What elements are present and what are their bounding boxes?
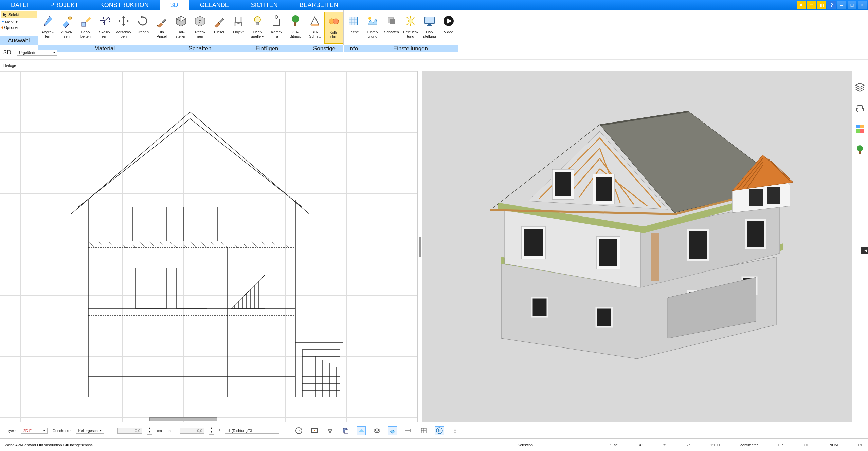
scroll-thumb-h[interactable] — [149, 417, 217, 421]
clock-icon[interactable] — [294, 426, 303, 435]
rotate-icon — [135, 14, 150, 29]
menu-tab-sichten[interactable]: SICHTEN — [240, 0, 289, 10]
minimize-button[interactable]: – — [837, 1, 846, 9]
status-bar: Wand AW-Bestand L=Konstruktion G=Dachges… — [0, 439, 868, 451]
menu-tab-projekt[interactable]: PROJEKT — [39, 0, 89, 10]
grid-icon[interactable] — [419, 426, 428, 435]
north-icon[interactable]: N — [435, 426, 444, 435]
menu-tab-gelände[interactable]: GELÄNDE — [189, 0, 240, 10]
ribbon-sonstige-1[interactable]: Kolli- sion — [324, 12, 343, 44]
ribbon-einstellungen-0[interactable]: Hinter- grund — [363, 12, 382, 44]
light-icon — [403, 14, 418, 29]
svg-text:Σ: Σ — [199, 20, 201, 24]
ribbon-einstellungen-4[interactable]: Video — [439, 12, 458, 44]
3d-house-render — [450, 108, 824, 386]
svg-rect-56 — [860, 129, 864, 133]
ribbon-schatten-1[interactable]: ΣRech- nen — [191, 12, 210, 44]
l-label: l = — [109, 429, 113, 433]
video-icon — [441, 14, 456, 29]
ribbon-einfuegen-0[interactable]: Objekt — [229, 12, 248, 44]
phi-spinner[interactable]: ▲▼ — [209, 427, 214, 435]
shadow-icon — [384, 14, 399, 29]
length-spinner[interactable]: ▲▼ — [147, 427, 152, 435]
ribbon-material-6[interactable]: Hin. Pinsel — [152, 12, 171, 44]
phi-input[interactable] — [180, 428, 204, 434]
ribbon-material-2[interactable]: Bear- beiten — [76, 12, 95, 44]
ribbon-material-3[interactable]: Skalie- ren — [95, 12, 114, 44]
materials-icon[interactable] — [854, 123, 866, 134]
menu-tab-bearbeiten[interactable]: BEARBEITEN — [289, 0, 349, 10]
ribbon-material-1[interactable]: Zuwei- sen — [57, 12, 76, 44]
menu-tab-datei[interactable]: DATEI — [0, 0, 39, 10]
ribbon-einstellungen-1[interactable]: Schatten — [382, 12, 401, 44]
status-ratio: 1:1 sel — [608, 443, 618, 447]
terrain-combo[interactable]: Urgelände▾ — [17, 50, 57, 56]
ribbon-info-0[interactable]: Fläche — [344, 12, 363, 44]
length-input[interactable] — [117, 428, 142, 434]
ribbon-material-0[interactable]: Abgrei- fen — [38, 12, 57, 44]
tool-icon-2[interactable]: ▭ — [807, 1, 816, 9]
plane-icon[interactable] — [388, 426, 397, 435]
svg-rect-45 — [688, 230, 708, 260]
status-unit: Zentimeter — [740, 443, 758, 447]
group-icon[interactable] — [326, 426, 334, 435]
brush-icon — [154, 14, 169, 29]
status-left: Wand AW-Bestand L=Konstruktion G=Dachges… — [5, 443, 93, 447]
mark-button[interactable]: ✦Mark.▼ — [0, 19, 38, 25]
close-button[interactable]: × — [858, 1, 867, 9]
svg-rect-34 — [749, 189, 763, 206]
stack-icon[interactable] — [373, 426, 381, 435]
ribbon-schatten-2[interactable]: Pinsel — [210, 12, 229, 44]
menu-bar: DATEIPROJEKTKONSTRUKTION3DGELÄNDESICHTEN… — [0, 0, 868, 10]
furniture-icon[interactable] — [854, 102, 866, 113]
svg-rect-22 — [177, 268, 207, 309]
dim-icon[interactable] — [404, 426, 413, 435]
3d-viewport[interactable] — [422, 71, 852, 422]
maximize-button[interactable]: □ — [848, 1, 856, 9]
optionen-button[interactable]: +Optionen — [0, 25, 38, 30]
svg-rect-54 — [860, 125, 864, 128]
dl-combo[interactable]: dl (Richtung/Di — [225, 428, 279, 434]
cm-label: cm — [157, 429, 162, 433]
copy-icon[interactable] — [341, 426, 350, 435]
ribbon-einfuegen-2[interactable]: Kame- ra — [267, 12, 286, 44]
svg-rect-17 — [427, 25, 432, 26]
workspace: ◀ — [0, 71, 868, 422]
2d-viewport[interactable] — [0, 71, 418, 422]
layer-combo[interactable]: 2D Einricht▾ — [21, 428, 48, 434]
collision-icon — [326, 14, 341, 29]
help-icon[interactable]: ? — [827, 1, 836, 9]
more-icon[interactable] — [451, 426, 459, 435]
snap-rect-icon[interactable] — [310, 426, 319, 435]
ribbon-material-4[interactable]: Verschie- ben — [114, 12, 133, 44]
svg-rect-39 — [596, 177, 612, 201]
layer-label: Layer : — [5, 429, 16, 433]
svg-point-63 — [330, 429, 332, 431]
plants-icon[interactable] — [854, 144, 866, 155]
layers-icon[interactable] — [854, 81, 866, 92]
ribbon-sonstige-0[interactable]: 3D- Schnitt — [305, 12, 324, 44]
ribbon-material-5[interactable]: Drehen — [133, 12, 152, 44]
ribbon-schatten-0[interactable]: Dar- stellen — [171, 12, 191, 44]
selekt-button[interactable]: Selekt — [1, 11, 37, 18]
splitter[interactable] — [418, 71, 422, 422]
geschoss-combo[interactable]: Kellergesch▾ — [76, 428, 104, 434]
menu-tab-konstruktion[interactable]: KONSTRUKTION — [89, 0, 160, 10]
svg-point-5 — [254, 17, 260, 23]
svg-point-62 — [328, 429, 330, 431]
tool-icon-3[interactable]: ◧ — [817, 1, 826, 9]
ribbon-einfuegen-1[interactable]: Licht- quelle ▾ — [248, 12, 267, 44]
svg-point-8 — [292, 15, 299, 23]
expand-dock-button[interactable]: ◀ — [861, 247, 868, 254]
tool-icon-1[interactable]: ✖ — [797, 1, 806, 9]
ribbon-einstellungen-2[interactable]: Beleuch- tung — [401, 12, 420, 44]
camera-icon — [269, 14, 284, 29]
menu-tab-3d[interactable]: 3D — [160, 0, 189, 10]
group-schatten: Dar- stellenΣRech- nenPinsel Schatten — [171, 10, 229, 45]
svg-rect-52 — [857, 106, 863, 109]
status-scale: 1:100 — [710, 443, 720, 447]
ribbon-einstellungen-3[interactable]: Dar- stellung — [420, 12, 439, 44]
ribbon-einfuegen-3[interactable]: 3D- Bitmap — [286, 12, 305, 44]
layer-vis-icon[interactable] — [357, 426, 366, 435]
svg-rect-44 — [651, 233, 659, 281]
